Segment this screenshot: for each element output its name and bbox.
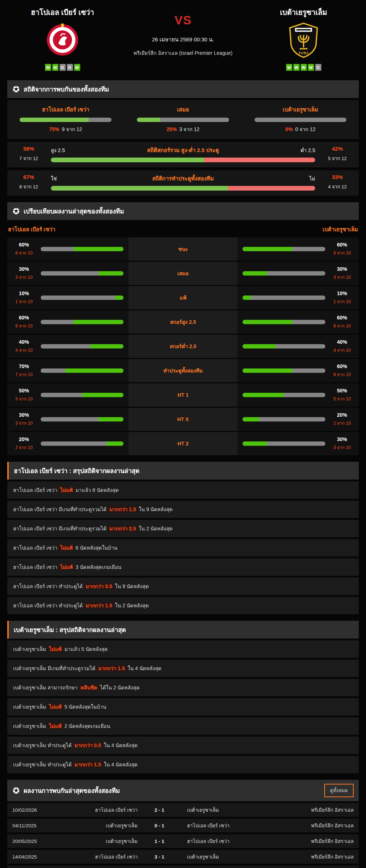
home-stat-percent: 40% <box>12 339 36 345</box>
h2h-bar-label: เบต้าเยรูซาเล็ม <box>255 105 346 114</box>
away-team: ฮาโปเอล เบียร์ เซว่า <box>181 822 281 830</box>
away-stat-bar <box>243 344 325 349</box>
away-stat-count: 6 จาก 10 <box>330 322 354 329</box>
home-stat-bar <box>41 247 123 251</box>
h2h-results-title: ผลงานการพบกันล่าสุดของทั้งสองทีม <box>24 786 321 795</box>
btts-no-count: 4 จาก 12 <box>322 183 353 191</box>
away-summary-header: เบต้าเยรูซาเล็ม : สรุปสถิติจากผลงานล่าสุ… <box>7 621 359 639</box>
h2h-win-bars: ฮาโปเอล เบียร์ เซว่า 75%9 จาก 12 เสมอ 25… <box>7 100 359 139</box>
h2h-result-row: 11/03/2025 เบต้าเยรูซาเล็ม 1 - 1 ฮาโปเอล… <box>7 865 359 868</box>
away-stat-percent: 60% <box>330 242 354 248</box>
btts-yes-label: ใช่ <box>51 175 91 183</box>
home-team: ฮาโปเอล เบียร์ เซว่า <box>60 853 138 861</box>
compare-stat-label: HT 2 <box>129 432 237 455</box>
under-count: 5 จาก 12 <box>322 155 353 162</box>
match-info-block: VS 26 เมษายน 2569 00:30 น. พรีเมียร์ลีก … <box>121 5 245 57</box>
over-bar-fill <box>51 158 204 162</box>
btts-panel: 67% 8 จาก 12 ใช่ สถิติการทำประตูทั้งสองท… <box>7 170 359 196</box>
h2h-result-row: 14/04/2025 ฮาโปเอล เบียร์ เซว่า 3 - 1 เบ… <box>7 850 359 864</box>
match-date: 10/02/2026 <box>12 807 60 813</box>
away-stat-count: 6 จาก 10 <box>330 249 354 256</box>
home-stat-bar <box>41 368 123 373</box>
home-summary-rows: ฮาโปเอล เบียร์ เซว่า ไม่แพ้ มาแล้ว 8 นัด… <box>7 481 359 614</box>
over-under-title: สถิติสกอร์รวม สูง-ต่ำ 2.5 ประตู <box>91 146 275 155</box>
compare-row: 10% 1 จาก 10 แพ้ 10% 1 จาก 10 <box>7 286 359 309</box>
summary-row: ฮาโปเอล เบียร์ เซว่า ทำประตูได้ มากกว่า … <box>7 597 359 614</box>
football-icon <box>12 207 20 215</box>
away-stat-percent: 60% <box>330 363 354 369</box>
h2h-bar-fill <box>20 118 89 122</box>
away-stat-percent: 40% <box>330 339 354 345</box>
h2h-bar-label: เสมอ <box>137 105 229 114</box>
away-stat-percent: 20% <box>330 412 354 418</box>
away-stat-count: 3 จาก 10 <box>330 274 354 281</box>
home-stat-count: 4 จาก 10 <box>12 347 36 354</box>
form-badge: W <box>293 64 300 71</box>
compare-row: 70% 7 จาก 10 ทำประตูทั้งสองทีม 60% 6 จาก… <box>7 359 359 382</box>
form-badge: W <box>74 64 80 71</box>
home-summary-title: ฮาโปเอล เบียร์ เซว่า : สรุปสถิติจากผลงาน… <box>14 466 139 476</box>
home-stat-bar <box>41 393 123 397</box>
home-stat-percent: 20% <box>12 436 36 442</box>
compare-row: 40% 4 จาก 10 สกอร์ต่ำ 2.5 40% 4 จาก 10 <box>7 335 359 358</box>
compare-stat-label: สกอร์สูง 2.5 <box>129 310 237 334</box>
form-badge: W <box>301 64 307 71</box>
football-icon <box>12 85 20 93</box>
away-stat-percent: 50% <box>330 388 354 394</box>
summary-highlight: ไม่แพ้ <box>59 564 74 570</box>
view-all-button[interactable]: ดูทั้งหมด <box>324 784 354 797</box>
away-team: ฮาโปเอล เบียร์ เซว่า <box>181 837 281 845</box>
home-stat-percent: 60% <box>12 242 36 248</box>
form-badge: D <box>60 64 66 71</box>
under-label: ต่ำ 2.5 <box>275 146 315 154</box>
match-league: พรีเมียร์ลีก อิสราเอล <box>281 853 354 861</box>
over-percent: 58% <box>13 146 44 152</box>
h2h-bar-count: 9 จาก 12 <box>62 126 82 132</box>
over-under-panel: 58% 7 จาก 12 สูง 2.5 สถิติสกอร์รวม สูง-ต… <box>7 142 359 167</box>
away-logo-text: FCBJ <box>299 51 308 55</box>
over-count: 7 จาก 12 <box>13 155 44 162</box>
away-stat-bar <box>243 247 325 251</box>
away-stat-count: 1 จาก 10 <box>330 298 354 305</box>
match-stats-page: ฮาโปเอล เบียร์ เซว่า WWDDW VS 26 เมษายน … <box>0 0 366 868</box>
away-summary-title: เบต้าเยรูซาเล็ม : สรุปสถิติจากผลงานล่าสุ… <box>14 625 126 635</box>
h2h-result-row: 20/05/2025 เบต้าเยรูซาเล็ม 1 - 1 ฮาโปเอล… <box>7 834 359 848</box>
compare-stat-label: แพ้ <box>129 286 237 309</box>
summary-row: ฮาโปเอล เบียร์ เซว่า ไม่แพ้ มาแล้ว 8 นัด… <box>7 481 359 499</box>
summary-row: ฮาโปเอล เบียร์ เซว่า มีเกมที่ทำประตูรวมไ… <box>7 520 359 537</box>
away-stat-bar <box>243 320 325 324</box>
away-stat-count: 4 จาก 10 <box>330 347 354 354</box>
h2h-results-header: ผลงานการพบกันล่าสุดของทั้งสองทีม ดูทั้งห… <box>7 780 359 801</box>
away-team: เบต้าเยรูซาเล็ม <box>181 853 281 861</box>
btts-no-percent: 33% <box>322 174 353 180</box>
match-datetime: 26 เมษายน 2569 00:30 น. <box>121 35 245 44</box>
h2h-results-rows: 10/02/2026 ฮาโปเอล เบียร์ เซว่า 2 - 1 เบ… <box>7 803 359 868</box>
home-team: เบต้าเยรูซาเล็ม <box>60 822 138 830</box>
over-label: สูง 2.5 <box>51 146 91 154</box>
away-stat-percent: 10% <box>330 290 354 296</box>
btts-bar <box>51 186 315 191</box>
compare-stat-label: HT X <box>129 408 237 431</box>
home-team: ฮาโปเอล เบียร์ เซว่า <box>60 806 138 814</box>
away-stat-bar <box>243 368 325 373</box>
away-stat-bar <box>243 393 325 397</box>
home-stat-count: 6 จาก 10 <box>12 249 36 256</box>
summary-highlight: ไม่แพ้ <box>48 646 63 652</box>
home-stat-count: 1 จาก 10 <box>12 298 36 305</box>
compare-row: 60% 6 จาก 10 สกอร์สูง 2.5 60% 6 จาก 10 <box>7 310 359 334</box>
compare-row: 30% 3 จาก 10 เสมอ 30% 3 จาก 10 <box>7 262 359 285</box>
form-badge: D <box>315 64 321 71</box>
under-percent: 42% <box>322 146 353 152</box>
home-stat-bar <box>41 296 123 300</box>
h2h-bar-item: เบต้าเยรูซาเล็ม 0%0 จาก 12 <box>255 105 346 133</box>
form-badge: W <box>45 64 51 71</box>
away-summary-rows: เบต้าเยรูซาเล็ม ไม่แพ้ มาแล้ว 5 นัดหลังส… <box>7 640 359 773</box>
summary-row: ฮาโปเอล เบียร์ เซว่า ไม่แพ้ 6 นัดหลังสุด… <box>7 539 359 557</box>
away-team: เบต้าเยรูซาเล็ม <box>181 806 281 814</box>
compare-stat-label: สกอร์ต่ำ 2.5 <box>129 335 237 358</box>
football-icon <box>12 787 20 794</box>
home-stat-percent: 50% <box>12 388 36 394</box>
h2h-bar-fill <box>137 118 160 122</box>
away-stat-count: 2 จาก 10 <box>330 420 354 427</box>
summary-row: เบต้าเยรูซาเล็ม ไม่แพ้ มาแล้ว 5 นัดหลังส… <box>7 640 359 658</box>
